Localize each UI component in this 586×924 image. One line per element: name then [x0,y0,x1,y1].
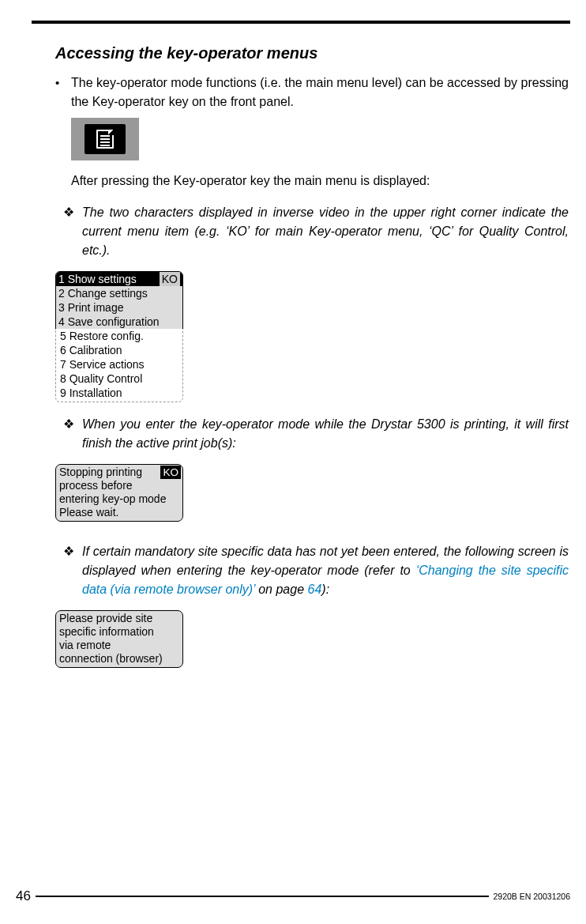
note-mark-icon: ❖ [55,203,82,260]
footer-rule [36,896,489,896]
lcd3-line4: connection (browser) [58,652,181,666]
lcd2-line2: process before [58,479,181,492]
menu-ko-badge: KO [160,272,180,286]
note-3-text: If certain mandatory site specific data … [82,542,569,599]
bullet-1: • The key-operator mode functions (i.e. … [55,74,569,111]
note-2: ❖ When you enter the key-operator mode w… [55,415,569,453]
note-mark-icon: ❖ [55,415,82,453]
key-icon-panel [85,124,126,154]
lcd2-ko-badge: KO [160,466,181,479]
after-press-text: After pressing the Key-operator key the … [71,172,569,190]
document-code: 2920B EN 20031206 [494,892,571,901]
lcd3-line2: specific information [58,625,181,639]
key-operator-key-icon [71,118,139,160]
lcd-stopping: Stopping printing KO process before ente… [55,464,569,522]
menu-item-7: 7 Service actions [56,357,182,371]
lcd3-line3: via remote [58,639,181,652]
menu-item-2: 2 Change settings [56,286,182,300]
menu-item-3: 3 Print image [56,300,182,315]
menu-item-9: 9 Installation [56,386,182,400]
note3-mid: on page [255,583,308,596]
menu-item-1: 1 Show settings KO [56,272,182,286]
lcd-menu: 1 Show settings KO 2 Change settings 3 P… [55,271,569,402]
note-1: ❖ The two characters displayed in invers… [55,203,569,260]
menu-item-6: 6 Calibration [56,343,182,357]
lcd2-line4: Please wait. [58,506,181,519]
note-3: ❖ If certain mandatory site specific dat… [55,542,569,599]
lcd-stopping-box: Stopping printing KO process before ente… [55,464,183,522]
lcd-sitedata-box: Please provide site specific information… [55,610,183,668]
lcd-hidden: 5 Restore config. 6 Calibration 7 Servic… [55,329,183,402]
lcd2-l1-text: Stopping printing [59,466,142,479]
lcd2-line1: Stopping printing KO [58,466,181,479]
bullet-1-text: The key-operator mode functions (i.e. th… [71,74,569,111]
menu-item-1-label: 1 Show settings [58,272,137,286]
bullet-mark: • [55,74,71,111]
section-heading: Accessing the key-operator menus [55,44,569,62]
page-number: 46 [16,888,31,904]
note3-post: ): [321,583,329,596]
note3-page-link[interactable]: 64 [308,583,322,596]
note-2-text: When you enter the key-operator mode whi… [82,415,569,453]
lcd-visible: 1 Show settings KO 2 Change settings 3 P… [55,271,183,330]
menu-item-5: 5 Restore config. [56,329,182,343]
document-icon [96,130,114,149]
lcd2-line3: entering key-op mode [58,492,181,506]
note-1-text: The two characters displayed in inverse … [82,203,569,260]
menu-item-8: 8 Quality Control [56,371,182,386]
page-content: Accessing the key-operator menus • The k… [55,44,569,671]
footer: 46 2920B EN 20031206 [16,888,570,904]
top-rule [32,21,570,24]
lcd-sitedata: Please provide site specific information… [55,610,569,668]
lcd3-line1: Please provide site [58,612,181,625]
note-mark-icon: ❖ [55,542,82,599]
menu-item-4: 4 Save configuration [56,315,182,329]
